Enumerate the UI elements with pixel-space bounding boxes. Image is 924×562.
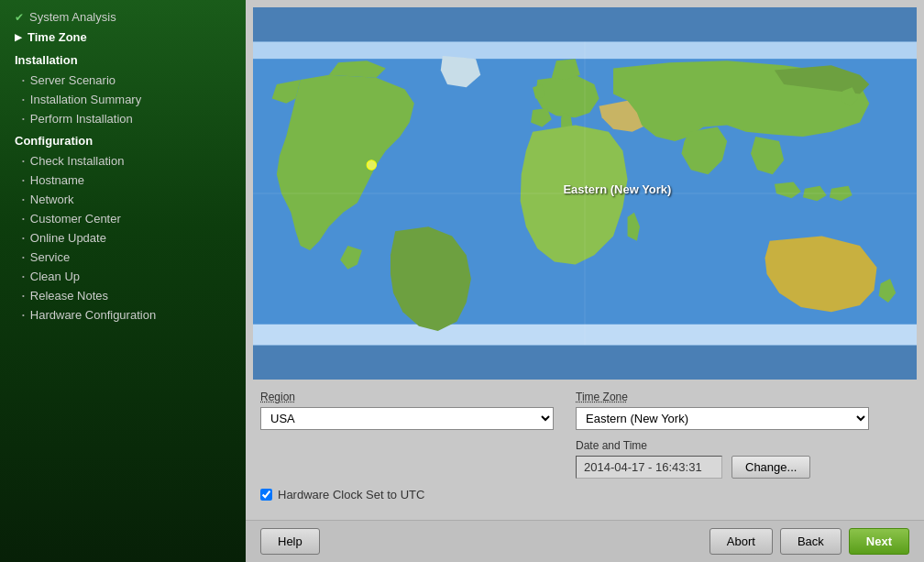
sidebar-item-clean-up[interactable]: • Clean Up <box>0 267 246 286</box>
sidebar-item-label: Installation Summary <box>30 93 141 106</box>
abort-button[interactable]: Abort <box>710 528 773 555</box>
sidebar-item-label: Server Scenario <box>30 73 116 87</box>
sidebar-item-label: Hardware Configuration <box>30 308 156 322</box>
bullet-icon: • <box>22 176 25 184</box>
sidebar-item-customer-center[interactable]: • Customer Center <box>0 209 246 228</box>
bottom-buttons-bar: Help Abort Back Next <box>246 520 924 562</box>
sidebar-item-label: Check Installation <box>30 154 125 168</box>
help-button[interactable]: Help <box>260 528 320 555</box>
world-map-svg <box>253 7 917 380</box>
sidebar-item-hardware-configuration[interactable]: • Hardware Configuration <box>0 305 246 325</box>
timezone-select[interactable]: Eastern (New York) Central Mountain Paci… <box>576 407 869 430</box>
sidebar-item-network[interactable]: • Network <box>0 190 246 209</box>
datetime-row: 2014-04-17 - 16:43:31 Change... <box>576 456 869 479</box>
svg-point-3 <box>367 160 376 170</box>
change-button[interactable]: Change... <box>732 456 810 479</box>
back-button[interactable]: Back <box>780 528 842 555</box>
sidebar-item-label: Perform Installation <box>30 112 133 126</box>
datetime-value: 2014-04-17 - 16:43:31 <box>576 456 722 479</box>
sidebar-item-label: Time Zone <box>28 30 87 44</box>
bullet-icon: • <box>22 95 25 104</box>
sidebar: ✔ System Analysis ▶ Time Zone Installati… <box>0 0 246 562</box>
hardware-clock-label: Hardware Clock Set to UTC <box>278 488 424 501</box>
sidebar-item-label: System Analysis <box>29 10 116 24</box>
sidebar-section-configuration: Configuration <box>0 128 246 151</box>
arrow-icon: ▶ <box>15 32 22 42</box>
sidebar-item-label: Customer Center <box>30 212 121 226</box>
right-buttons-group: Abort Back Next <box>710 528 909 555</box>
sidebar-item-installation-summary[interactable]: • Installation Summary <box>0 90 246 109</box>
sidebar-item-online-update[interactable]: • Online Update <box>0 228 246 248</box>
sidebar-item-label: Service <box>30 250 70 264</box>
sidebar-item-service[interactable]: • Service <box>0 248 246 267</box>
bullet-icon: • <box>22 292 25 300</box>
hardware-clock-row: Hardware Clock Set to UTC <box>260 488 909 501</box>
map-area: Eastern (New York) <box>253 7 917 380</box>
sidebar-item-time-zone[interactable]: ▶ Time Zone <box>0 27 246 48</box>
sidebar-item-label: Hostname <box>30 173 84 187</box>
hardware-clock-checkbox[interactable] <box>260 489 272 501</box>
sidebar-item-release-notes[interactable]: • Release Notes <box>0 286 246 305</box>
sidebar-item-label: Clean Up <box>30 270 80 283</box>
region-select[interactable]: USA Europe Asia Africa Americas Pacific <box>260 407 554 430</box>
datetime-label: Date and Time <box>576 439 869 452</box>
bullet-icon: • <box>22 195 25 204</box>
sidebar-item-hostname[interactable]: • Hostname <box>0 171 246 190</box>
sidebar-item-check-installation[interactable]: • Check Installation <box>0 151 246 171</box>
sidebar-item-label: Network <box>30 193 74 206</box>
sidebar-item-label: Online Update <box>30 231 106 245</box>
next-button[interactable]: Next <box>849 528 909 555</box>
bullet-icon: • <box>22 234 25 242</box>
sidebar-item-system-analysis[interactable]: ✔ System Analysis <box>0 7 246 27</box>
bullet-icon: • <box>22 215 25 223</box>
timezone-label: Time Zone <box>576 391 869 403</box>
datetime-group: Date and Time 2014-04-17 - 16:43:31 Chan… <box>576 439 869 479</box>
sidebar-section-installation: Installation <box>0 48 246 71</box>
sidebar-item-perform-installation[interactable]: • Perform Installation <box>0 109 246 128</box>
sidebar-item-label: Release Notes <box>30 289 108 303</box>
bullet-icon: • <box>22 115 25 123</box>
sidebar-item-server-scenario[interactable]: • Server Scenario <box>0 71 246 90</box>
checkmark-icon: ✔ <box>15 11 24 24</box>
bullet-icon: • <box>22 311 25 319</box>
main-content: Eastern (New York) Region USA Europe Asi… <box>246 0 924 562</box>
bullet-icon: • <box>22 272 25 281</box>
region-label: Region <box>260 391 554 403</box>
selects-row: Region USA Europe Asia Africa Americas P… <box>260 391 909 479</box>
controls-area: Region USA Europe Asia Africa Americas P… <box>246 380 924 520</box>
timezone-field-group: Time Zone Eastern (New York) Central Mou… <box>576 391 869 479</box>
bullet-icon: • <box>22 253 25 261</box>
region-field-group: Region USA Europe Asia Africa Americas P… <box>260 391 554 479</box>
bullet-icon: • <box>22 76 25 84</box>
bullet-icon: • <box>22 157 25 165</box>
